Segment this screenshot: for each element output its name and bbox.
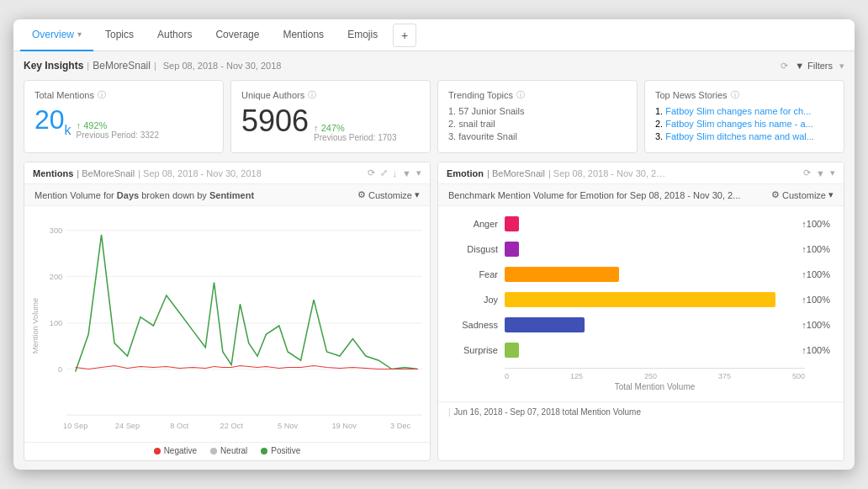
filters-button[interactable]: ▼ Filters: [795, 61, 833, 71]
emotion-bar: [505, 317, 585, 332]
svg-text:200: 200: [50, 273, 62, 281]
kpi-unique-authors: Unique Authors ⓘ 5906 ↑ 247% Previous Pe…: [230, 80, 431, 153]
breadcrumb-actions: ⟳ ▼ Filters ▾: [781, 61, 844, 72]
emotion-pct: ↑100%: [802, 269, 830, 279]
kpi-trending-topics-title: Trending Topics ⓘ: [448, 89, 627, 101]
breadcrumb-separator2: |: [154, 61, 156, 71]
benchmark-note-text: Jun 16, 2018 - Sep 07, 2018 total Mentio…: [454, 407, 641, 417]
kpi-unique-authors-value: 5906: [241, 106, 309, 136]
line-chart-svg: Mention Volume 300 200 100 0 10 Sep 2: [28, 213, 426, 439]
emotion-bars: Anger↑100%Disgust↑100%Fear↑100%Joy↑100%S…: [452, 216, 830, 358]
page-content: Key Insights | BeMoreSnail | Sep 08, 201…: [13, 51, 855, 470]
trending-list: 1. 57 Junior Snails 2. snail trail 3. fa…: [448, 106, 627, 141]
kpi-total-mentions-prev: Previous Period: 3322: [77, 130, 159, 140]
mentions-chart: Mention Volume 300 200 100 0 10 Sep 2: [24, 206, 430, 442]
emotion-bar-container: [505, 343, 790, 358]
emotion-pct: ↑100%: [802, 295, 830, 305]
emotion-bar: [505, 267, 619, 282]
download-icon[interactable]: ↓: [393, 168, 398, 178]
emotion-row: Fear↑100%: [452, 267, 830, 282]
news-list: 1. Fatboy Slim changes name for ch... 2.…: [655, 106, 834, 141]
info-icon-authors[interactable]: ⓘ: [308, 89, 316, 101]
breadcrumb-sub: BeMoreSnail: [93, 60, 151, 72]
emotion-axis-title: Total Mention Volume: [505, 382, 805, 391]
kpi-total-mentions-value: 20k: [34, 106, 71, 137]
emotion-row: Disgust↑100%: [452, 242, 830, 257]
emotion-bar-container: [505, 292, 790, 307]
legend-negative-label: Negative: [164, 446, 197, 455]
breadcrumb-main: Key Insights: [24, 60, 83, 72]
refresh-icon-mentions[interactable]: ⟳: [368, 167, 375, 178]
refresh-icon-emotion[interactable]: ⟳: [803, 167, 811, 178]
chevron-icon-mentions[interactable]: ▾: [416, 167, 421, 178]
svg-text:300: 300: [50, 226, 62, 235]
tab-emojis-label: Emojis: [347, 29, 378, 40]
emotion-bar: [505, 343, 519, 358]
tab-coverage-label: Coverage: [215, 29, 259, 40]
tab-mentions-label: Mentions: [283, 29, 324, 40]
positive-dot: [261, 448, 267, 454]
info-icon[interactable]: ⓘ: [98, 89, 106, 101]
tab-emojis[interactable]: Emojis: [336, 19, 389, 51]
emotion-chart-area: Anger↑100%Disgust↑100%Fear↑100%Joy↑100%S…: [438, 206, 844, 401]
app-window: Overview ▾ Topics Authors Coverage Menti…: [13, 19, 855, 470]
emotion-panel: Emotion | BeMoreSnail | Sep 08, 2018 - N…: [437, 162, 844, 461]
add-tab-button[interactable]: +: [393, 24, 416, 47]
kpi-unique-authors-change: ↑ 247%: [314, 123, 396, 133]
svg-text:22 Oct: 22 Oct: [220, 422, 244, 430]
plus-icon: +: [401, 29, 408, 42]
emotion-row: Surprise↑100%: [452, 343, 830, 358]
filter-icon-emotion[interactable]: ▼: [816, 168, 825, 178]
kpi-row: Total Mentions ⓘ 20k ↑ 492% Previous Per…: [24, 80, 844, 153]
kpi-unique-authors-title: Unique Authors ⓘ: [241, 89, 420, 101]
chevron-down-icon: ▾: [77, 29, 82, 39]
emotion-bar: [505, 216, 519, 231]
emotion-row: Joy↑100%: [452, 292, 830, 307]
emotion-panel-date: | Sep 08, 2018 - Nov 30, 2…: [548, 168, 665, 178]
emotion-subtitle-bar: Benchmark Mention Volume for Emotion for…: [438, 184, 844, 206]
kpi-total-mentions: Total Mentions ⓘ 20k ↑ 492% Previous Per…: [24, 80, 224, 153]
customize-emotion-button[interactable]: ⚙ Customize ▾: [771, 189, 834, 200]
mentions-panel: Mentions | BeMoreSnail | Sep 08, 2018 - …: [24, 162, 431, 461]
refresh-icon[interactable]: ⟳: [781, 61, 788, 72]
chart-legend: Negative Neutral Positive: [24, 442, 430, 460]
chevron-down-icon: ▾: [415, 189, 420, 200]
emotion-bar-container: [505, 216, 790, 231]
tab-authors-label: Authors: [157, 29, 192, 40]
emotion-label: Anger: [452, 219, 498, 229]
chevron-down-icon[interactable]: ▾: [839, 61, 844, 72]
filter-icon-mentions[interactable]: ▼: [402, 168, 411, 178]
kpi-trending-topics: Trending Topics ⓘ 1. 57 Junior Snails 2.…: [437, 80, 638, 153]
kpi-unique-authors-prev: Previous Period: 1703: [314, 133, 396, 142]
svg-text:3 Dec: 3 Dec: [390, 422, 411, 430]
tab-topics-label: Topics: [105, 29, 134, 40]
svg-text:Mention Volume: Mention Volume: [31, 298, 40, 353]
emotion-label: Fear: [452, 269, 498, 279]
legend-positive: Positive: [261, 446, 300, 455]
emotion-label: Disgust: [452, 244, 498, 254]
list-item: 2. snail trail: [448, 119, 627, 129]
customize-mentions-button[interactable]: ⚙ Customize ▾: [357, 189, 420, 200]
filters-label: Filters: [807, 61, 833, 71]
gear-icon-emotion: ⚙: [771, 189, 780, 200]
list-item: 1. 57 Junior Snails: [448, 106, 627, 116]
breadcrumb-separator: |: [87, 61, 89, 71]
tab-overview[interactable]: Overview ▾: [20, 19, 93, 51]
bottom-panels: Mentions | BeMoreSnail | Sep 08, 2018 - …: [24, 162, 844, 461]
tab-authors[interactable]: Authors: [146, 19, 204, 51]
info-icon-trending[interactable]: ⓘ: [516, 89, 525, 101]
tab-mentions[interactable]: Mentions: [271, 19, 336, 51]
emotion-pct: ↑100%: [802, 320, 830, 330]
tab-topics[interactable]: Topics: [93, 19, 146, 51]
emotion-x-axis: 0125250375500 Total Mention Volume: [505, 368, 805, 391]
neutral-dot: [210, 448, 217, 454]
tab-coverage[interactable]: Coverage: [204, 19, 271, 51]
chevron-icon-emotion[interactable]: ▾: [830, 167, 835, 178]
chart-icon[interactable]: ⤢: [380, 167, 388, 178]
breadcrumb-date: Sep 08, 2018 - Nov 30, 2018: [163, 61, 282, 71]
info-icon-news[interactable]: ⓘ: [731, 89, 739, 101]
svg-text:19 Nov: 19 Nov: [331, 422, 357, 430]
svg-text:100: 100: [50, 319, 62, 327]
svg-text:10 Sep: 10 Sep: [63, 422, 87, 430]
legend-positive-label: Positive: [271, 446, 300, 455]
